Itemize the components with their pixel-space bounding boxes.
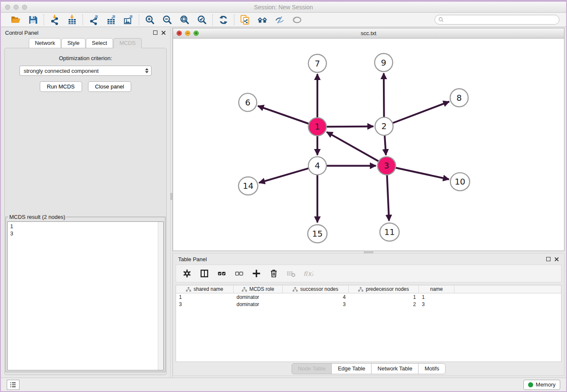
- column-header-successor-nodes[interactable]: successor nodes: [283, 285, 349, 293]
- node-label-2: 2: [381, 121, 387, 131]
- cell[interactable]: 3: [419, 301, 454, 307]
- add-icon[interactable]: [252, 269, 261, 278]
- select-all-icon[interactable]: [217, 269, 226, 278]
- mcds-result-textarea[interactable]: 1 3: [7, 221, 164, 370]
- cell[interactable]: 4: [283, 294, 349, 300]
- main-toolbar: [1, 13, 566, 27]
- mcds-result-group: MCDS result (2 nodes) 1 3: [6, 214, 165, 372]
- memory-button[interactable]: Memory: [523, 380, 560, 390]
- cell[interactable]: 3: [176, 301, 234, 307]
- main-region: Control Panel NetworkStyleSelectMCDS Opt…: [1, 27, 566, 378]
- table-row[interactable]: 1dominator411: [176, 293, 561, 301]
- tab-mcds[interactable]: MCDS: [113, 38, 141, 48]
- search-input[interactable]: [446, 17, 556, 23]
- node-label-8: 8: [457, 93, 462, 103]
- export-image-icon[interactable]: [123, 15, 133, 25]
- control-panel-close-icon[interactable]: [161, 30, 166, 35]
- column-header-MCDS-role[interactable]: MCDS role: [234, 285, 283, 293]
- mcds-result-scrollbar[interactable]: [158, 222, 163, 370]
- delete-icon[interactable]: [269, 269, 278, 278]
- cell[interactable]: dominator: [234, 301, 283, 307]
- control-panel-float-icon[interactable]: [153, 30, 157, 35]
- column-header-predecessor-nodes[interactable]: predecessor nodes: [349, 285, 419, 293]
- cell[interactable]: 1: [349, 294, 419, 300]
- window-title: Session: New Session: [1, 4, 566, 11]
- edge-3-10[interactable]: [387, 166, 449, 179]
- tab-style[interactable]: Style: [61, 38, 85, 48]
- close-panel-button[interactable]: Close panel: [88, 81, 132, 92]
- deselect-all-icon[interactable]: [234, 269, 244, 278]
- control-panel: Control Panel NetworkStyleSelectMCDS Opt…: [1, 27, 170, 378]
- zoom-fit-icon[interactable]: [179, 15, 190, 25]
- export-network-icon[interactable]: [88, 15, 99, 25]
- zoom-out-icon[interactable]: [162, 15, 172, 25]
- memory-label: Memory: [536, 381, 556, 388]
- tab-network[interactable]: Network: [29, 38, 61, 48]
- control-panel-title: Control Panel: [5, 30, 39, 36]
- home-icon[interactable]: [257, 15, 267, 25]
- cell[interactable]: 1: [419, 294, 454, 300]
- tree-icon: [358, 287, 363, 292]
- tab-select[interactable]: Select: [86, 38, 113, 48]
- network-window: scc.txt 7968124314101511: [173, 28, 564, 251]
- horizontal-splitter-grip[interactable]: [364, 251, 373, 253]
- panel-splitter[interactable]: [170, 27, 173, 378]
- network-window-title: scc.txt: [173, 30, 564, 36]
- column-header-shared-name[interactable]: shared name: [176, 285, 234, 293]
- window-controls[interactable]: [5, 5, 27, 10]
- network-canvas[interactable]: 7968124314101511: [173, 39, 564, 251]
- gear-icon[interactable]: [182, 269, 192, 278]
- edge-3-1[interactable]: [327, 132, 387, 166]
- window-zoom-button[interactable]: [22, 5, 27, 10]
- tab-node-table[interactable]: Node Table: [292, 363, 332, 374]
- node-label-6: 6: [245, 98, 250, 108]
- columns-icon[interactable]: [200, 269, 209, 278]
- run-mcds-button[interactable]: Run MCDS: [40, 81, 82, 92]
- export-table-icon[interactable]: [106, 15, 116, 25]
- application-window: Session: New Session Control Panel Netwo…: [0, 0, 567, 392]
- node-label-9: 9: [381, 58, 386, 68]
- import-table-icon[interactable]: [67, 15, 77, 25]
- tab-motifs[interactable]: Motifs: [418, 363, 446, 374]
- edge-2-8[interactable]: [384, 102, 449, 126]
- window-minimize-button[interactable]: [14, 5, 19, 10]
- network-close-icon[interactable]: [176, 30, 182, 36]
- task-history-button[interactable]: [7, 380, 19, 390]
- cell[interactable]: 2: [349, 301, 419, 307]
- zoom-selected-icon[interactable]: [197, 15, 207, 25]
- cell[interactable]: 3: [283, 301, 349, 307]
- search-box[interactable]: [435, 15, 559, 25]
- control-panel-header: Control Panel: [1, 27, 170, 38]
- import-network-icon[interactable]: [50, 15, 60, 25]
- window-close-button[interactable]: [5, 5, 10, 10]
- table-row[interactable]: 3dominator323: [176, 301, 561, 308]
- column-header-name[interactable]: name: [419, 285, 454, 293]
- svg-text:f(x): f(x): [304, 270, 313, 277]
- network-minimize-icon[interactable]: [185, 30, 190, 36]
- save-icon[interactable]: [28, 15, 38, 25]
- cell[interactable]: dominator: [234, 294, 283, 300]
- toolbar-groups: [5, 14, 308, 25]
- table-panel-header: Table Panel: [173, 254, 564, 265]
- table-panel-float-icon[interactable]: [546, 257, 550, 261]
- network-zoom-icon[interactable]: [193, 30, 199, 36]
- criterion-select-value: strongly connected component: [24, 68, 99, 74]
- horizontal-splitter[interactable]: [173, 251, 564, 253]
- criterion-select[interactable]: strongly connected component: [19, 66, 151, 76]
- eye-slash-icon[interactable]: [275, 15, 285, 25]
- node-label-11: 11: [384, 227, 395, 237]
- network-file-icon[interactable]: [240, 15, 250, 25]
- workspace-column: scc.txt 7968124314101511 Table Panel f(x…: [173, 27, 566, 378]
- open-folder-icon[interactable]: [11, 15, 21, 25]
- eye-icon[interactable]: [292, 15, 302, 25]
- table-panel-close-icon[interactable]: [554, 257, 559, 262]
- zoom-in-icon[interactable]: [145, 15, 155, 25]
- refresh-icon[interactable]: [218, 15, 228, 25]
- status-bar: Memory: [1, 378, 566, 391]
- tab-edge-table[interactable]: Edge Table: [331, 363, 372, 374]
- splitter-grip[interactable]: [171, 193, 172, 200]
- network-window-titlebar: scc.txt: [173, 28, 564, 39]
- node-label-3: 3: [384, 161, 389, 171]
- tab-network-table[interactable]: Network Table: [371, 363, 418, 374]
- cell[interactable]: 1: [176, 294, 234, 300]
